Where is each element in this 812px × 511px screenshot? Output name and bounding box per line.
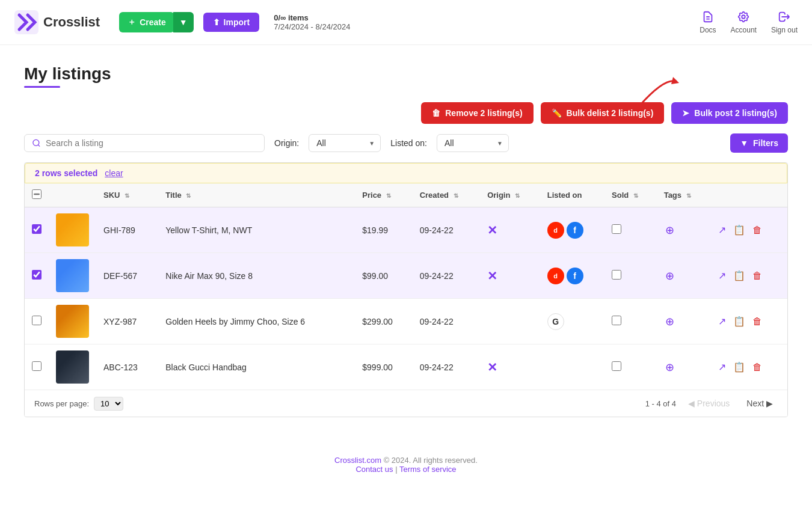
row-tags[interactable]: ⊕ xyxy=(657,207,710,253)
row-checkbox-cell[interactable] xyxy=(25,207,49,253)
row-tags[interactable]: ⊕ xyxy=(657,344,710,390)
add-tag-button[interactable]: ⊕ xyxy=(664,268,675,284)
edit-button[interactable]: ↗ xyxy=(717,314,727,328)
sold-checkbox[interactable] xyxy=(612,316,621,325)
row-checkbox-cell[interactable] xyxy=(25,299,49,344)
row-checkbox[interactable] xyxy=(32,224,42,234)
tags-header[interactable]: Tags ⇅ xyxy=(657,183,710,207)
add-tag-button[interactable]: ⊕ xyxy=(664,222,675,238)
next-page-button[interactable]: Next ▶ xyxy=(742,396,778,411)
origin-crosslist-icon: ✕ xyxy=(487,361,497,374)
row-listed-on xyxy=(540,344,604,390)
row-origin xyxy=(480,299,540,344)
select-all-header[interactable] xyxy=(25,183,49,207)
bulk-delist-button[interactable]: ✏️ Bulk delist 2 listing(s) xyxy=(541,102,665,124)
rows-per-page-select[interactable]: 10 25 50 xyxy=(94,397,123,411)
created-header[interactable]: Created ⇅ xyxy=(413,183,481,207)
page-title: My listings xyxy=(24,64,788,84)
row-price: $299.00 xyxy=(355,299,412,344)
action-icons: ↗ 📋 🗑 xyxy=(717,269,780,283)
row-checkbox[interactable] xyxy=(32,361,42,371)
table-header-row: SKU ⇅ Title ⇅ Price ⇅ Created ⇅ Origin ⇅… xyxy=(25,183,787,207)
add-tag-button[interactable]: ⊕ xyxy=(664,314,675,329)
listings-table-container: 2 rows selected clear SKU ⇅ Title ⇅ Pric… xyxy=(24,162,788,417)
platform-icons: df xyxy=(547,268,597,284)
copy-button[interactable]: 📋 xyxy=(732,314,746,328)
remove-listings-button[interactable]: 🗑 Remove 2 listing(s) xyxy=(421,102,533,124)
import-button[interactable]: ⬆ Import xyxy=(203,13,260,32)
signout-label: Sign out xyxy=(771,26,798,34)
rows-per-page: Rows per page: 10 25 50 xyxy=(34,397,123,411)
sold-checkbox[interactable] xyxy=(612,361,621,371)
row-title: Golden Heels by Jimmy Choo, Size 6 xyxy=(158,299,355,344)
crosslist-link[interactable]: Crosslist.com xyxy=(334,456,381,465)
contact-us-link[interactable]: Contact us xyxy=(355,465,393,474)
terms-link[interactable]: Terms of service xyxy=(399,465,457,474)
row-title: Yellow T-Shirt, M, NWT xyxy=(158,207,355,253)
copy-button[interactable]: 📋 xyxy=(732,223,746,237)
logo-icon xyxy=(14,10,38,34)
listed-on-label: Listed on: xyxy=(390,138,427,148)
copy-button[interactable]: 📋 xyxy=(732,360,746,374)
listed-on-select[interactable]: All xyxy=(437,134,509,152)
bulk-post-button[interactable]: ➤ Bulk post 2 listing(s) xyxy=(671,102,788,124)
account-label: Account xyxy=(731,26,757,34)
origin-select[interactable]: All xyxy=(309,134,381,152)
row-sold[interactable] xyxy=(604,207,657,253)
header-right: Docs Account Sign out xyxy=(700,10,798,34)
row-title: Nike Air Max 90, Size 8 xyxy=(158,253,355,299)
selection-count: 2 rows selected xyxy=(35,168,97,178)
delist-icon: ✏️ xyxy=(552,108,562,118)
origin-header[interactable]: Origin ⇅ xyxy=(480,183,540,207)
row-checkbox-cell[interactable] xyxy=(25,253,49,299)
create-dropdown-button[interactable]: ▼ xyxy=(173,12,194,32)
search-input[interactable] xyxy=(46,138,257,148)
row-checkbox[interactable] xyxy=(32,316,42,325)
delete-button[interactable]: 🗑 xyxy=(751,224,763,237)
select-all-checkbox[interactable] xyxy=(32,189,42,199)
page-range: 1 - 4 of 4 xyxy=(645,399,676,408)
delete-button[interactable]: 🗑 xyxy=(751,269,763,283)
account-nav-item[interactable]: Account xyxy=(731,10,757,34)
row-created: 09-24-22 xyxy=(413,253,481,299)
add-tag-button[interactable]: ⊕ xyxy=(664,360,675,375)
create-plus-icon: ＋ xyxy=(128,17,136,28)
origin-crosslist-icon: ✕ xyxy=(487,269,497,283)
docs-nav-item[interactable]: Docs xyxy=(700,10,716,34)
row-origin: ✕ xyxy=(480,207,540,253)
row-origin: ✕ xyxy=(480,344,540,390)
signout-icon xyxy=(778,10,791,23)
row-sold[interactable] xyxy=(604,253,657,299)
row-checkbox-cell[interactable] xyxy=(25,344,49,390)
row-tags[interactable]: ⊕ xyxy=(657,253,710,299)
delete-button[interactable]: 🗑 xyxy=(751,315,763,328)
clear-selection-link[interactable]: clear xyxy=(105,168,123,178)
row-origin: ✕ xyxy=(480,253,540,299)
logo[interactable]: Crosslist xyxy=(14,10,100,34)
sold-header[interactable]: Sold ⇅ xyxy=(604,183,657,207)
previous-page-button[interactable]: ◀ Previous xyxy=(683,396,734,411)
delete-button[interactable]: 🗑 xyxy=(751,361,763,374)
row-sold[interactable] xyxy=(604,299,657,344)
row-checkbox[interactable] xyxy=(32,270,42,280)
row-sold[interactable] xyxy=(604,344,657,390)
title-header[interactable]: Title ⇅ xyxy=(158,183,355,207)
edit-button[interactable]: ↗ xyxy=(717,269,727,283)
edit-button[interactable]: ↗ xyxy=(717,360,727,374)
sku-header[interactable]: SKU ⇅ xyxy=(96,183,158,207)
create-button[interactable]: ＋ Create xyxy=(119,12,174,32)
post-icon: ➤ xyxy=(682,108,689,118)
selection-bar: 2 rows selected clear xyxy=(25,163,787,183)
title-underline xyxy=(24,86,60,88)
bulk-post-label: Bulk post 2 listing(s) xyxy=(694,108,777,118)
filters-button[interactable]: ▼ Filters xyxy=(730,133,788,153)
signout-nav-item[interactable]: Sign out xyxy=(771,10,798,34)
copy-button[interactable]: 📋 xyxy=(732,269,746,283)
sold-checkbox[interactable] xyxy=(612,224,621,234)
row-tags[interactable]: ⊕ xyxy=(657,299,710,344)
title-sort-icon: ⇅ xyxy=(186,192,191,199)
price-header[interactable]: Price ⇅ xyxy=(355,183,412,207)
docs-label: Docs xyxy=(700,26,716,34)
edit-button[interactable]: ↗ xyxy=(717,223,727,237)
sold-checkbox[interactable] xyxy=(612,270,621,280)
